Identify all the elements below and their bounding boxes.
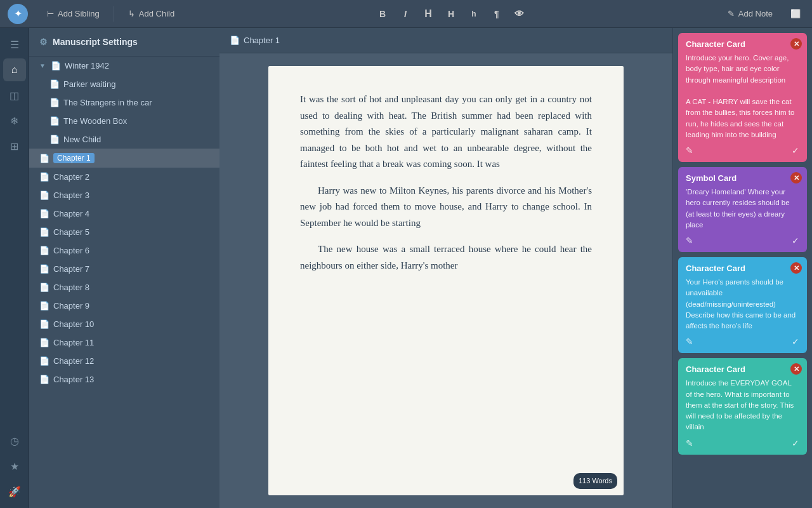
doc-icon: 📄 — [39, 154, 49, 163]
tree-container: ▼📄Winter 1942📄Parker waiting📄The Strange… — [29, 57, 219, 389]
doc-icon: 📄 — [39, 283, 49, 292]
tree-item-label: Chapter 12 — [53, 356, 94, 366]
editor-area: 📄 Chapter 1 It was the sort of hot and u… — [219, 28, 672, 508]
sidebar-item-parker[interactable]: 📄Parker waiting — [29, 75, 219, 93]
note-card-body: 'Dreary Homeland' Where your hero curren… — [686, 187, 799, 231]
note-card-body: Your Hero's parents should be unavailabl… — [686, 277, 799, 331]
sidebar-item-woodenbox[interactable]: 📄The Wooden Box — [29, 112, 219, 130]
add-note-button[interactable]: ✎ Add Note — [719, 5, 782, 22]
add-sibling-button[interactable]: ⊢ Add Sibling — [38, 5, 108, 22]
sidebar-item-chapter9[interactable]: 📄Chapter 9 — [29, 297, 219, 315]
note-card-footer: ✎✓ — [686, 337, 799, 347]
toolbar: ✦ ⊢ Add Sibling ↳ Add Child B I H H h ¶ … — [0, 0, 812, 28]
note-card-footer: ✎✓ — [686, 236, 799, 246]
sidebar-item-chapter4[interactable]: 📄Chapter 4 — [29, 204, 219, 223]
doc-icon: 📄 — [39, 209, 49, 218]
paragraph-2: Harry was new to Milton Keynes, his pare… — [300, 183, 592, 232]
tree-item-label: Chapter 5 — [53, 227, 89, 237]
note-check-icon[interactable]: ✓ — [792, 236, 799, 246]
h2-button[interactable]: H — [441, 4, 461, 24]
icon-bar: ☰ ⌂ ◫ ❄ ⊞ ◷ ★ 🚀 — [0, 28, 29, 508]
doc-icon: 📄 — [39, 356, 49, 366]
h1-button[interactable]: H — [418, 4, 438, 24]
note-close-button[interactable]: ✕ — [790, 363, 802, 375]
tree-item-label: Chapter 6 — [53, 246, 89, 255]
tab-label: Chapter 1 — [244, 36, 280, 45]
doc-icon: 📄 — [39, 301, 49, 311]
sidebar-item-strangers[interactable]: 📄The Strangers in the car — [29, 93, 219, 112]
sidebar-item-chapter10[interactable]: 📄Chapter 10 — [29, 315, 219, 333]
sidebar-item-chapter8[interactable]: 📄Chapter 8 — [29, 278, 219, 297]
tree-item-label: Parker waiting — [63, 79, 115, 89]
note-edit-icon[interactable]: ✎ — [686, 236, 693, 246]
tree-item-label: Chapter 9 — [53, 301, 89, 311]
home-button[interactable]: ⌂ — [3, 58, 26, 81]
editor-content[interactable]: It was the sort of hot and unpleasant da… — [219, 53, 672, 508]
bold-button[interactable]: B — [372, 4, 393, 24]
doc-icon: 📄 — [39, 375, 49, 384]
doc-icon: 📄 — [39, 246, 49, 255]
notes-panel: ✕Character CardIntroduce your hero. Cove… — [672, 28, 812, 508]
doc-icon: 📄 — [39, 190, 49, 200]
layers-button[interactable]: ◫ — [3, 84, 26, 107]
rocket-button[interactable]: 🚀 — [3, 480, 26, 503]
note-edit-icon[interactable]: ✎ — [686, 438, 693, 448]
editor-tab-bar: 📄 Chapter 1 — [219, 28, 672, 53]
sidebar-item-chapter6[interactable]: 📄Chapter 6 — [29, 241, 219, 260]
doc-icon: 📄 — [49, 135, 60, 144]
star-button[interactable]: ★ — [3, 455, 26, 478]
note-card-note2: ✕Symbol Card'Dreary Homeland' Where your… — [678, 167, 807, 252]
sidebar-item-chapter1[interactable]: 📄Chapter 1 — [29, 149, 219, 168]
editor-tab-chapter1[interactable]: 📄 Chapter 1 — [230, 36, 280, 45]
note-check-icon[interactable]: ✓ — [792, 145, 799, 156]
doc-icon: 📄 — [39, 264, 49, 274]
editor-paper[interactable]: It was the sort of hot and unpleasant da… — [268, 66, 624, 495]
tree-item-label: Winter 1942 — [65, 61, 109, 70]
sidebar-item-chapter13[interactable]: 📄Chapter 13 — [29, 370, 219, 389]
doc-icon: 📄 — [51, 61, 61, 70]
note-check-icon[interactable]: ✓ — [792, 337, 799, 347]
sidebar-item-chapter5[interactable]: 📄Chapter 5 — [29, 223, 219, 241]
note-edit-icon[interactable]: ✎ — [686, 145, 693, 156]
italic-button[interactable]: I — [395, 4, 416, 24]
note-check-icon[interactable]: ✓ — [792, 438, 799, 448]
note-edit-icon[interactable]: ✎ — [686, 337, 693, 347]
grid-button[interactable]: ⊞ — [3, 135, 26, 157]
sidebar-item-chapter11[interactable]: 📄Chapter 11 — [29, 333, 219, 352]
tree-item-label: The Wooden Box — [63, 116, 127, 126]
active-label-badge: Chapter 1 — [53, 153, 95, 163]
tree-item-label: Chapter 3 — [53, 190, 89, 200]
sidebar-item-chapter12[interactable]: 📄Chapter 12 — [29, 352, 219, 370]
sidebar-item-winter1942[interactable]: ▼📄Winter 1942 — [29, 57, 219, 75]
snowflake-button[interactable]: ❄ — [3, 109, 26, 132]
sidebar-item-chapter2[interactable]: 📄Chapter 2 — [29, 168, 219, 186]
main-layout: ☰ ⌂ ◫ ❄ ⊞ ◷ ★ 🚀 ⚙ Manuscript Settings ▼📄… — [0, 28, 812, 508]
toolbar-right: ✎ Add Note ⬜ — [719, 5, 804, 22]
note-close-button[interactable]: ✕ — [790, 172, 802, 184]
h3-button[interactable]: h — [464, 4, 484, 24]
add-child-label: Add Child — [139, 9, 174, 18]
tab-doc-icon: 📄 — [230, 36, 240, 45]
note-card-footer: ✎✓ — [686, 438, 799, 448]
word-count-badge: 113 Words — [573, 473, 617, 489]
sidebar-title: Manuscript Settings — [53, 37, 138, 47]
clock-button[interactable]: ◷ — [3, 429, 26, 452]
sidebar-item-chapter7[interactable]: 📄Chapter 7 — [29, 260, 219, 278]
note-close-button[interactable]: ✕ — [790, 38, 802, 50]
expand-button[interactable]: ⬜ — [787, 5, 804, 22]
note-card-note4: ✕Character CardIntroduce the EVERYDAY GO… — [678, 358, 807, 454]
sidebar-item-newchild[interactable]: 📄New Child — [29, 130, 219, 149]
add-child-button[interactable]: ↳ Add Child — [119, 5, 183, 22]
preview-button[interactable]: 👁 — [509, 4, 530, 24]
note-close-button[interactable]: ✕ — [790, 262, 802, 274]
tree-item-label: Chapter 10 — [53, 319, 94, 329]
sidebar-item-chapter3[interactable]: 📄Chapter 3 — [29, 186, 219, 204]
paragraph-button[interactable]: ¶ — [487, 4, 507, 24]
sidebar-toggle-button[interactable]: ☰ — [3, 33, 26, 56]
tree-item-label: Chapter 7 — [53, 264, 89, 274]
note-card-footer: ✎✓ — [686, 145, 799, 156]
notes-container: ✕Character CardIntroduce your hero. Cove… — [673, 28, 812, 460]
format-toolbar: B I H H h ¶ 👁 — [183, 4, 719, 24]
doc-icon: 📄 — [39, 338, 49, 347]
tree-item-label: Chapter 11 — [53, 338, 94, 347]
